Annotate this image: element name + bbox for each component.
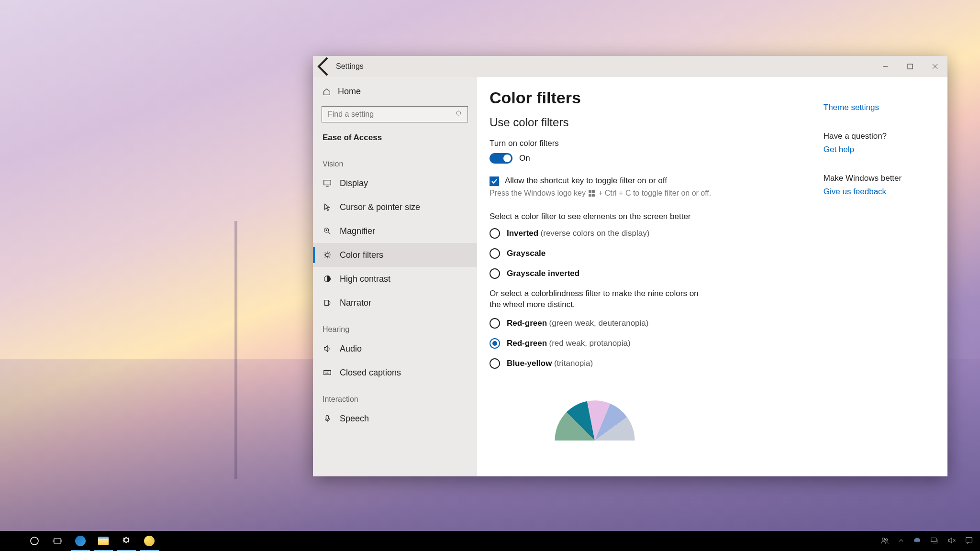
svg-text:CC: CC xyxy=(325,371,330,375)
group-vision: Vision xyxy=(313,149,477,171)
tray-chevron-icon[interactable] xyxy=(898,537,904,545)
radio-grayscale-inverted[interactable]: Grayscale inverted xyxy=(490,268,824,279)
group-interaction: Interaction xyxy=(313,385,477,407)
svg-point-10 xyxy=(31,537,38,545)
nav-label: Closed captions xyxy=(340,368,401,378)
taskbar xyxy=(0,531,980,551)
radio-deuteranopia[interactable]: Red-green (green weak, deuteranopia) xyxy=(490,318,824,329)
taskbar-app-explorer[interactable] xyxy=(92,531,115,551)
high-contrast-icon xyxy=(323,274,332,284)
home-button[interactable]: Home xyxy=(313,82,477,101)
maximize-button[interactable] xyxy=(898,56,923,77)
home-label: Home xyxy=(338,87,361,97)
close-button[interactable] xyxy=(923,56,947,77)
color-filters-icon xyxy=(323,250,332,260)
sidebar-item-speech[interactable]: Speech xyxy=(313,407,477,430)
nav-label: Speech xyxy=(340,414,369,424)
radio-icon xyxy=(490,248,500,259)
sidebar-item-high-contrast[interactable]: High contrast xyxy=(313,267,477,291)
radio-icon xyxy=(490,318,500,329)
toggle-state: On xyxy=(519,154,530,163)
radio-icon xyxy=(490,358,500,369)
svg-point-4 xyxy=(325,253,329,256)
search-input[interactable] xyxy=(322,106,468,122)
sidebar-item-closed-captions[interactable]: CC Closed captions xyxy=(313,361,477,385)
audio-icon xyxy=(323,344,332,353)
radio-icon-selected xyxy=(490,338,500,349)
svg-point-13 xyxy=(885,538,888,540)
svg-rect-0 xyxy=(908,64,913,69)
radio-tritanopia[interactable]: Blue-yellow (tritanopia) xyxy=(490,358,824,369)
svg-point-12 xyxy=(882,538,885,540)
select-filter-label: Select a color filter to see elements on… xyxy=(490,212,824,221)
page-title: Color filters xyxy=(490,88,824,107)
sidebar-item-display[interactable]: Display xyxy=(313,171,477,195)
cortana-icon xyxy=(30,536,39,546)
cortana-button[interactable] xyxy=(23,531,46,551)
taskbar-app-settings[interactable] xyxy=(115,531,138,551)
color-wheel-preview xyxy=(528,397,662,441)
svg-rect-6 xyxy=(325,300,329,306)
file-explorer-icon xyxy=(98,537,109,545)
closed-captions-icon: CC xyxy=(323,368,332,377)
onedrive-icon[interactable] xyxy=(913,536,922,546)
sidebar-item-color-filters[interactable]: Color filters xyxy=(313,243,477,267)
action-center-icon[interactable] xyxy=(965,536,973,546)
color-filters-toggle[interactable] xyxy=(490,153,512,164)
sidebar-item-audio[interactable]: Audio xyxy=(313,337,477,361)
radio-protanopia[interactable]: Red-green (red weak, protanopia) xyxy=(490,338,824,349)
question-heading: Have a question? xyxy=(824,132,934,141)
radio-grayscale[interactable]: Grayscale xyxy=(490,248,824,259)
display-icon xyxy=(323,178,332,188)
radio-icon xyxy=(490,268,500,279)
better-heading: Make Windows better xyxy=(824,174,934,183)
radio-icon xyxy=(490,228,500,239)
settings-window: Settings Home Ease of Access Vision xyxy=(313,56,947,476)
radio-inverted[interactable]: Inverted (reverse colors on the display) xyxy=(490,228,824,239)
network-icon[interactable] xyxy=(930,536,939,546)
content-area: Color filters Use color filters Turn on … xyxy=(477,77,947,476)
category-label: Ease of Access xyxy=(313,130,477,149)
nav-label: Narrator xyxy=(340,298,371,308)
main-panel: Color filters Use color filters Turn on … xyxy=(490,88,824,476)
taskbar-app-edge[interactable] xyxy=(69,531,92,551)
sidebar-item-magnifier[interactable]: Magnifier xyxy=(313,219,477,243)
desktop: Settings Home Ease of Access Vision xyxy=(0,0,980,551)
taskbar-app-paint[interactable] xyxy=(138,531,161,551)
search-icon xyxy=(456,110,463,118)
volume-muted-icon[interactable] xyxy=(947,536,956,546)
nav-label: Audio xyxy=(340,344,362,354)
section-title: Use color filters xyxy=(490,116,824,129)
related-rail: Theme settings Have a question? Get help… xyxy=(824,88,947,476)
colorblindness-label: Or select a colorblindness filter to mak… xyxy=(490,288,700,310)
feedback-link[interactable]: Give us feedback xyxy=(824,187,886,196)
shortcut-hint: Press the Windows logo key + Ctrl + C to… xyxy=(490,189,824,198)
start-button[interactable] xyxy=(0,531,23,551)
magnifier-icon xyxy=(323,226,332,236)
nav-label: Color filters xyxy=(340,250,383,260)
nav-label: Display xyxy=(340,178,368,188)
narrator-icon xyxy=(323,298,332,308)
people-icon[interactable] xyxy=(880,536,889,546)
theme-settings-link[interactable]: Theme settings xyxy=(824,103,879,112)
svg-rect-9 xyxy=(326,416,328,419)
shortcut-checkbox-label: Allow the shortcut key to toggle filter … xyxy=(505,176,667,186)
get-help-link[interactable]: Get help xyxy=(824,145,854,154)
nav-label: High contrast xyxy=(340,274,390,284)
cursor-icon xyxy=(323,202,332,212)
sidebar-item-narrator[interactable]: Narrator xyxy=(313,291,477,315)
group-hearing: Hearing xyxy=(313,315,477,337)
sidebar-item-cursor[interactable]: Cursor & pointer size xyxy=(313,195,477,219)
shortcut-checkbox[interactable] xyxy=(490,176,499,186)
svg-rect-2 xyxy=(324,180,331,185)
paint-icon xyxy=(144,536,155,546)
window-title: Settings xyxy=(336,62,364,71)
gear-icon xyxy=(122,536,131,546)
window-controls xyxy=(873,56,947,77)
task-view-button[interactable] xyxy=(46,531,69,551)
edge-icon xyxy=(75,536,86,546)
svg-rect-11 xyxy=(54,539,61,543)
back-button[interactable] xyxy=(313,55,336,78)
minimize-button[interactable] xyxy=(873,56,898,77)
windows-key-icon xyxy=(589,190,595,197)
